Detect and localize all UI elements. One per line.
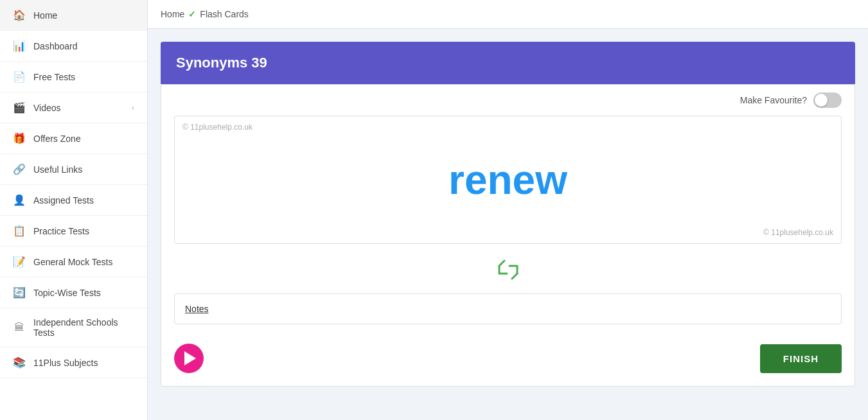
sidebar-item-offers-zone[interactable]: 🎁 Offers Zone bbox=[0, 123, 147, 154]
finish-button[interactable]: FINISH bbox=[760, 344, 842, 373]
sidebar-item-general-mock-tests[interactable]: 📝 General Mock Tests bbox=[0, 247, 147, 277]
video-icon: 🎬 bbox=[13, 101, 26, 114]
sidebar-item-home[interactable]: 🏠 Home bbox=[0, 0, 147, 31]
flashcard-word: renew bbox=[448, 156, 567, 204]
sidebar-item-label: 11Plus Subjects bbox=[33, 358, 134, 368]
sidebar-item-label: Dashboard bbox=[33, 41, 134, 51]
sidebar-item-label: Practice Tests bbox=[33, 226, 134, 236]
file-icon: 📄 bbox=[13, 71, 26, 83]
sidebar-item-label: Useful Links bbox=[33, 164, 134, 175]
sidebar-item-assigned-tests[interactable]: 👤 Assigned Tests bbox=[0, 185, 147, 216]
refresh-icon: 🔄 bbox=[13, 286, 26, 299]
breadcrumb-current: Flash Cards bbox=[200, 9, 248, 19]
building-icon: 🏛 bbox=[13, 322, 26, 333]
chevron-icon: ‹ bbox=[132, 103, 134, 112]
sidebar-item-label: Home bbox=[33, 10, 134, 21]
main-content: Home ✓ Flash Cards Synonyms 39 Make Favo… bbox=[148, 0, 868, 420]
notes-label[interactable]: Notes bbox=[185, 304, 209, 314]
sidebar-item-topic-wise-tests[interactable]: 🔄 Topic-Wise Tests bbox=[0, 277, 147, 308]
breadcrumb-home[interactable]: Home bbox=[161, 9, 184, 19]
link-icon: 🔗 bbox=[13, 163, 26, 175]
page-title: Synonyms 39 bbox=[161, 42, 855, 84]
favourite-row: Make Favourite? bbox=[161, 85, 855, 116]
sidebar-item-useful-links[interactable]: 🔗 Useful Links bbox=[0, 154, 147, 185]
favourite-toggle[interactable] bbox=[813, 92, 842, 108]
bottom-controls: FINISH bbox=[161, 337, 855, 386]
sidebar-item-label: Videos bbox=[33, 103, 124, 113]
breadcrumb: Home ✓ Flash Cards bbox=[148, 0, 868, 29]
sidebar-item-videos[interactable]: 🎬 Videos ‹ bbox=[0, 92, 147, 123]
sidebar-item-label: Free Tests bbox=[33, 72, 134, 82]
pencil-icon: 📝 bbox=[13, 256, 26, 268]
sidebar-item-label: Independent Schools Tests bbox=[33, 317, 134, 338]
sidebar-item-label: Topic-Wise Tests bbox=[33, 288, 134, 298]
sidebar-item-independent-schools[interactable]: 🏛 Independent Schools Tests bbox=[0, 308, 147, 347]
refresh-area bbox=[161, 250, 855, 293]
copyright-bottom: © 11plusehelp.co.uk bbox=[763, 228, 833, 237]
sidebar: 🏠 Home 📊 Dashboard 📄 Free Tests 🎬 Videos… bbox=[0, 0, 148, 420]
clipboard-icon: 📋 bbox=[13, 225, 26, 237]
home-icon: 🏠 bbox=[13, 9, 26, 21]
refresh-cards-icon[interactable] bbox=[495, 259, 521, 284]
user-icon: 👤 bbox=[13, 194, 26, 206]
gift-icon: 🎁 bbox=[13, 132, 26, 144]
flashcard: © 11plusehelp.co.uk renew © 11plusehelp.… bbox=[174, 116, 842, 244]
sidebar-item-11plus-subjects[interactable]: 📚 11Plus Subjects bbox=[0, 347, 147, 378]
sidebar-item-label: Offers Zone bbox=[33, 134, 134, 144]
play-button[interactable] bbox=[174, 344, 204, 373]
sidebar-item-label: Assigned Tests bbox=[33, 195, 134, 206]
breadcrumb-separator: ✓ bbox=[188, 9, 196, 19]
favourite-label: Make Favourite? bbox=[740, 95, 807, 105]
flashcard-container: Make Favourite? © 11plusehelp.co.uk rene… bbox=[161, 84, 855, 387]
notes-section: Notes bbox=[174, 293, 842, 324]
sidebar-item-practice-tests[interactable]: 📋 Practice Tests bbox=[0, 216, 147, 247]
page-content: Synonyms 39 Make Favourite? © 11plusehel… bbox=[148, 29, 868, 420]
sidebar-item-label: General Mock Tests bbox=[33, 257, 134, 267]
dashboard-icon: 📊 bbox=[13, 40, 26, 52]
sidebar-item-free-tests[interactable]: 📄 Free Tests bbox=[0, 62, 147, 92]
book-icon: 📚 bbox=[13, 356, 26, 369]
sidebar-item-dashboard[interactable]: 📊 Dashboard bbox=[0, 31, 147, 62]
copyright-top: © 11plusehelp.co.uk bbox=[182, 123, 252, 132]
